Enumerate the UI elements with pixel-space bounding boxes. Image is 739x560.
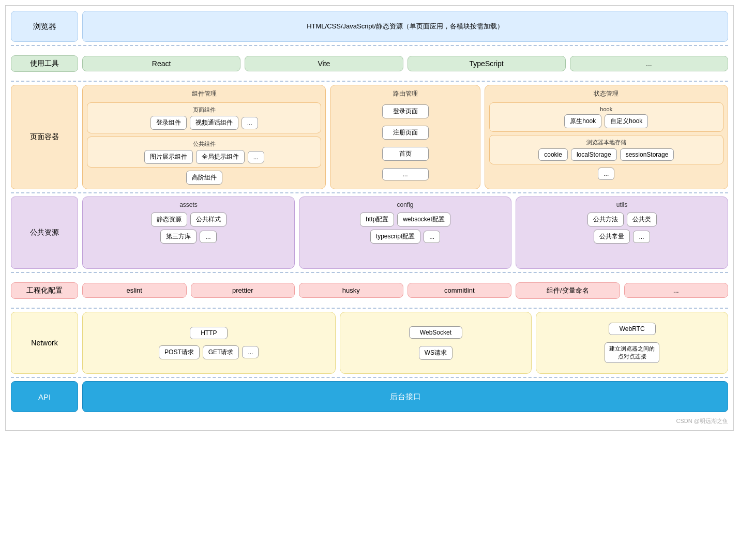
route-login: 登录页面 — [382, 104, 429, 118]
row-network: Network HTTP POST请求 GET请求 ... WebSocket … — [11, 312, 728, 374]
http-config: http配置 — [360, 213, 394, 226]
assets-row2: 第三方库 ... — [160, 230, 216, 244]
ws-section: WebSocket WS请求 — [340, 312, 532, 374]
eslint-box: eslint — [82, 283, 187, 298]
row-engineering: 工程化配置 eslint prettier husky commitlint 组… — [11, 276, 728, 305]
custom-hook: 自定义hook — [605, 114, 648, 128]
high-comp: 高阶组件 — [186, 171, 222, 185]
state-mgmt-title: 状态管理 — [489, 89, 723, 98]
public-comp-title: 公共组件 — [92, 140, 316, 148]
login-comp: 登录组件 — [150, 116, 187, 130]
assets-row1: 静态资源 公共样式 — [151, 213, 227, 226]
husky-box: husky — [299, 283, 403, 298]
engineering-label: 工程化配置 — [11, 282, 78, 299]
route-mgmt-section: 路由管理 登录页面 注册页面 首页 ... — [330, 85, 480, 189]
storage-items: cookie localStorage sessionStorage — [494, 148, 719, 161]
state-mgmt-section: 状态管理 hook 原生hook 自定义hook 浏览器本地存储 cookie … — [485, 85, 728, 189]
static-resources-box: HTML/CSS/JavaScript/静态资源（单页面应用，各模块按需加载） — [82, 11, 728, 42]
config-etc: ... — [424, 231, 440, 243]
component-mgmt-title: 组件管理 — [87, 89, 321, 98]
page-comp-etc: ... — [242, 117, 258, 129]
config-title: config — [397, 201, 413, 208]
public-resources-label: 公共资源 — [11, 196, 78, 269]
divider1 — [11, 45, 728, 46]
divider4 — [11, 272, 728, 273]
ws-title-box: WebSocket — [409, 326, 462, 339]
divider2 — [11, 81, 728, 82]
webrtc-title-box: WebRTC — [609, 323, 656, 335]
watermark: CSDN @明远湖之鱼 — [11, 415, 728, 425]
page-comp-items: 登录组件 视频通话组件 ... — [92, 116, 316, 130]
webrtc-p2p: 建立浏览器之间的点对点连接 — [605, 342, 659, 364]
video-comp: 视频通话组件 — [190, 116, 238, 130]
webrtc-section: WebRTC 建立浏览器之间的点对点连接 — [536, 312, 728, 374]
component-mgmt-section: 组件管理 页面组件 登录组件 视频通话组件 ... 公共组件 图片展示组件 全局… — [82, 85, 326, 189]
page-comp-title: 页面组件 — [92, 106, 316, 114]
http-title-box: HTTP — [190, 327, 228, 339]
static-asset: 静态资源 — [151, 213, 187, 226]
page-container-label: 页面容器 — [11, 85, 78, 189]
route-register: 注册页面 — [382, 126, 429, 140]
http-row2: POST请求 GET请求 ... — [159, 345, 259, 359]
public-comp-items: 图片展示组件 全局提示组件 ... — [92, 150, 316, 164]
high-comp-row: 高阶组件 — [87, 171, 321, 185]
utils-title: utils — [616, 201, 627, 208]
hook-title: hook — [494, 106, 719, 112]
browser-box: 浏览器 — [11, 11, 78, 42]
prettier-box: prettier — [191, 283, 295, 298]
assets-title: assets — [179, 201, 198, 208]
hook-items: 原生hook 自定义hook — [494, 114, 719, 128]
utils-row1: 公共方法 公共类 — [587, 213, 657, 226]
row-api: API 后台接口 — [11, 381, 728, 412]
http-etc: ... — [242, 346, 259, 358]
config-row2: typescript配置 ... — [370, 230, 440, 244]
public-class: 公共类 — [627, 213, 657, 226]
post-request: POST请求 — [159, 345, 200, 359]
utils-etc: ... — [633, 231, 650, 243]
backend-label: 后台接口 — [82, 381, 728, 412]
toast-comp: 全局提示组件 — [196, 150, 245, 164]
session-storage: sessionStorage — [620, 148, 674, 161]
route-etc: ... — [382, 168, 429, 180]
engineering-etc: ... — [624, 283, 729, 298]
tool-react: React — [82, 56, 240, 71]
divider6 — [11, 377, 728, 378]
tool-etc: ... — [570, 56, 728, 71]
get-request: GET请求 — [203, 345, 239, 359]
diagram: 浏览器 HTML/CSS/JavaScript/静态资源（单页面应用，各模块按需… — [5, 5, 734, 431]
http-section: HTTP POST请求 GET请求 ... — [82, 312, 336, 374]
public-method: 公共方法 — [587, 213, 624, 226]
browser-storage-group: 浏览器本地存储 cookie localStorage sessionStora… — [489, 135, 723, 164]
public-const: 公共常量 — [594, 230, 630, 244]
assets-etc: ... — [200, 231, 216, 243]
row-tools: 使用工具 React Vite TypeScript ... — [11, 49, 728, 78]
tools-label: 使用工具 — [11, 55, 78, 72]
websocket-config: websocket配置 — [397, 213, 450, 226]
local-storage: localStorage — [571, 148, 617, 161]
utils-section: utils 公共方法 公共类 公共常量 ... — [516, 196, 728, 269]
native-hook: 原生hook — [564, 114, 601, 128]
public-comp-group: 公共组件 图片展示组件 全局提示组件 ... — [87, 137, 321, 168]
browser-storage-title: 浏览器本地存储 — [494, 139, 719, 146]
tool-typescript: TypeScript — [408, 56, 566, 71]
page-comp-group: 页面组件 登录组件 视频通话组件 ... — [87, 102, 321, 133]
row-browser: 浏览器 HTML/CSS/JavaScript/静态资源（单页面应用，各模块按需… — [11, 11, 728, 42]
assets-section: assets 静态资源 公共样式 第三方库 ... — [82, 196, 295, 269]
route-mgmt-title: 路由管理 — [393, 89, 418, 98]
route-home: 首页 — [382, 147, 429, 161]
tool-vite: Vite — [245, 56, 403, 71]
config-section: config http配置 websocket配置 typescript配置 .… — [299, 196, 511, 269]
api-label: API — [11, 381, 78, 412]
row-public-resources: 公共资源 assets 静态资源 公共样式 第三方库 ... config ht… — [11, 196, 728, 269]
hook-group: hook 原生hook 自定义hook — [489, 102, 723, 132]
state-etc-row: ... — [489, 168, 723, 180]
state-etc: ... — [598, 168, 614, 180]
third-party: 第三方库 — [160, 230, 197, 244]
http-row1: HTTP — [190, 327, 228, 339]
public-style: 公共样式 — [190, 213, 227, 226]
row-page-container: 页面容器 组件管理 页面组件 登录组件 视频通话组件 ... 公共组件 图片展示… — [11, 85, 728, 189]
cookie: cookie — [538, 148, 568, 161]
img-comp: 图片展示组件 — [144, 150, 193, 164]
divider5 — [11, 308, 728, 309]
utils-row2: 公共常量 ... — [594, 230, 650, 244]
